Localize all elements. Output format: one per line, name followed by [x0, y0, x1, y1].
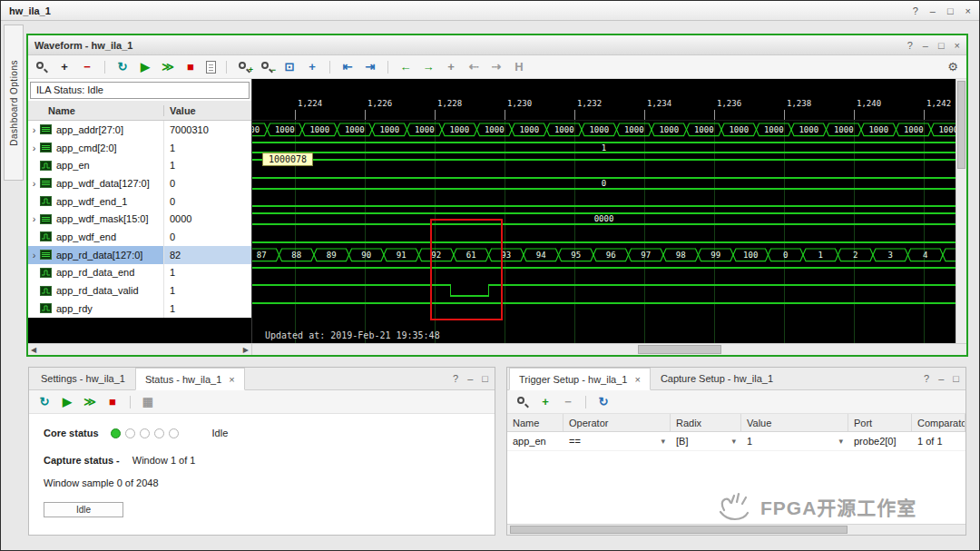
- go-to-start-icon[interactable]: ⇤: [340, 60, 355, 74]
- run-all-icon[interactable]: ↻: [115, 60, 130, 74]
- trigger-tab-1[interactable]: Trigger Setup - hw_ila_1×: [509, 368, 651, 390]
- tab-close-icon[interactable]: ×: [229, 374, 234, 385]
- wave-scroll-track[interactable]: [252, 344, 966, 355]
- help-icon[interactable]: ?: [907, 40, 913, 51]
- stop-trigger-icon[interactable]: ■: [183, 60, 198, 74]
- trigger-cell-comparator: 1 of 1: [912, 432, 965, 450]
- run-trigger-icon[interactable]: ▶: [138, 60, 152, 74]
- dropdown-caret-icon[interactable]: ▾: [661, 437, 665, 446]
- waveform-canvas[interactable]: 1,2241,2261,2281,2301,2321,2341,2361,238…: [252, 79, 956, 343]
- next-marker-icon[interactable]: ⇢: [489, 60, 504, 74]
- remove-icon[interactable]: −: [80, 60, 94, 74]
- column-header-name[interactable]: Name: [507, 414, 564, 431]
- minimize-icon[interactable]: –: [467, 373, 473, 384]
- trigger-horizontal-scrollbar[interactable]: [507, 524, 965, 535]
- expand-icon[interactable]: ›: [28, 250, 40, 261]
- horizontal-scrollbar-thumb[interactable]: [638, 345, 721, 354]
- scroll-left-icon[interactable]: ◀: [31, 346, 36, 354]
- close-icon[interactable]: ×: [955, 40, 960, 51]
- signal-row[interactable]: ›app_addr[27:0]7000310: [28, 121, 251, 139]
- zoom-in-icon[interactable]: +: [237, 60, 251, 74]
- previous-marker-icon[interactable]: ⇠: [466, 60, 481, 74]
- column-header-port[interactable]: Port: [848, 414, 912, 431]
- add-icon[interactable]: +: [57, 60, 72, 74]
- run-trigger-immediate-icon[interactable]: ≫: [161, 60, 175, 74]
- value-column-header[interactable]: Value: [163, 105, 251, 116]
- float-icon[interactable]: □: [482, 373, 488, 384]
- add-marker-icon[interactable]: +: [444, 60, 458, 74]
- trigger-cell-radix[interactable]: [B]▾: [671, 432, 741, 450]
- trigger-cell-value[interactable]: 1▾: [741, 432, 848, 450]
- signal-row[interactable]: app_rd_data_end1: [28, 264, 251, 282]
- trigger-tab-2[interactable]: Capture Setup - hw_ila_1: [651, 368, 783, 389]
- trigger-row[interactable]: app_en==▾[B]▾1▾probe2[0]1 of 1: [507, 432, 965, 451]
- scalar-signal-icon: [40, 286, 53, 296]
- search-icon[interactable]: [515, 395, 530, 409]
- help-icon[interactable]: ?: [924, 373, 929, 384]
- time-tick-label: 1,232: [577, 99, 602, 108]
- status-tab-2[interactable]: Status - hw_ila_1×: [135, 368, 245, 390]
- signal-row[interactable]: app_wdf_end_10: [28, 192, 251, 211]
- horizontal-scrollbar[interactable]: ◀ ▶: [28, 343, 966, 355]
- auto-retrigger-icon[interactable]: ▦: [141, 395, 155, 409]
- name-column-header[interactable]: Name: [28, 105, 163, 116]
- run-trigger-icon[interactable]: ↻: [37, 395, 52, 409]
- minimize-icon[interactable]: –: [938, 373, 944, 384]
- waveform-titlebar[interactable]: Waveform - hw_ila_1 ? – □ ×: [28, 35, 966, 55]
- signal-row[interactable]: app_rdy1: [28, 300, 251, 318]
- run-trigger-immediate-icon[interactable]: ▶: [60, 395, 74, 409]
- column-header-comparator-u[interactable]: Comparator U: [912, 414, 965, 431]
- signal-row[interactable]: ›app_rd_data[127:0]82: [28, 246, 251, 264]
- column-header-value[interactable]: Value: [741, 414, 848, 431]
- dropdown-caret-icon[interactable]: ▾: [838, 437, 843, 446]
- go-to-end-icon[interactable]: ⇥: [363, 60, 377, 74]
- expand-icon[interactable]: ›: [28, 213, 40, 224]
- signal-name-label: app_addr[27:0]: [56, 124, 123, 135]
- svg-text:1000: 1000: [309, 125, 329, 134]
- restore-icon[interactable]: □: [947, 2, 954, 20]
- status-tab-1[interactable]: Settings - hw_ila_1: [31, 368, 135, 389]
- swap-cursors-icon[interactable]: H: [512, 60, 526, 74]
- minimize-icon[interactable]: –: [930, 2, 936, 20]
- float-icon[interactable]: □: [953, 373, 959, 384]
- export-data-icon[interactable]: [206, 61, 216, 74]
- signal-row[interactable]: app_rd_data_valid1: [28, 281, 251, 300]
- run-all-icon[interactable]: ≫: [83, 395, 97, 409]
- svg-text:2: 2: [853, 251, 858, 260]
- trigger-scrollbar-thumb[interactable]: [510, 526, 848, 534]
- tab-close-icon[interactable]: ×: [634, 374, 640, 385]
- signal-row[interactable]: app_en1: [28, 156, 251, 174]
- stop-trigger-icon[interactable]: ■: [105, 395, 120, 409]
- scroll-right-icon[interactable]: ▶: [243, 346, 249, 354]
- trigger-cell-operator[interactable]: ==▾: [564, 432, 671, 450]
- vertical-scrollbar-thumb[interactable]: [957, 81, 965, 169]
- zoom-to-cursor-icon[interactable]: +: [305, 60, 319, 74]
- help-icon[interactable]: ?: [453, 373, 458, 384]
- dashboard-options-tab[interactable]: Dashboard Options: [4, 25, 24, 181]
- close-icon[interactable]: ×: [965, 2, 971, 20]
- minimize-icon[interactable]: –: [923, 40, 928, 51]
- float-icon[interactable]: □: [938, 40, 945, 51]
- settings-icon[interactable]: ⚙: [946, 60, 960, 74]
- next-transition-icon[interactable]: →: [421, 60, 436, 74]
- expand-icon[interactable]: ›: [28, 124, 40, 135]
- help-icon[interactable]: ?: [913, 2, 918, 20]
- signal-row[interactable]: ›app_wdf_data[127:0]0: [28, 174, 251, 192]
- expand-icon[interactable]: ›: [28, 178, 40, 189]
- previous-transition-icon[interactable]: ←: [398, 60, 413, 74]
- expand-icon[interactable]: ›: [28, 143, 40, 153]
- name-pane-scrollbar[interactable]: ◀ ▶: [28, 344, 252, 355]
- vertical-scrollbar[interactable]: [956, 79, 966, 343]
- signal-row[interactable]: ›app_wdf_mask[15:0]0000: [28, 210, 251, 228]
- column-header-operator[interactable]: Operator: [564, 414, 671, 431]
- search-icon[interactable]: [34, 60, 49, 74]
- column-header-radix[interactable]: Radix: [671, 414, 741, 431]
- signal-row[interactable]: app_wdf_end0: [28, 228, 251, 246]
- add-probe-icon[interactable]: +: [538, 395, 553, 409]
- dropdown-caret-icon[interactable]: ▾: [731, 437, 736, 446]
- zoom-out-icon[interactable]: −: [260, 60, 274, 74]
- remove-probe-icon[interactable]: −: [561, 395, 575, 409]
- refresh-icon[interactable]: ↻: [596, 395, 611, 409]
- zoom-fit-icon[interactable]: ⊡: [282, 60, 297, 74]
- signal-row[interactable]: ›app_cmd[2:0]1: [28, 139, 251, 157]
